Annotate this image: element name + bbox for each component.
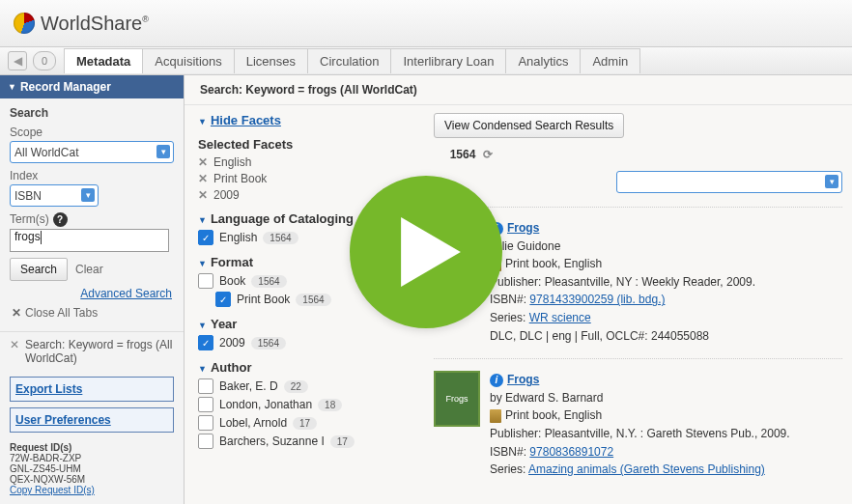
terms-input-wrap: frogs (10, 229, 174, 252)
facet-chip: ✕English (198, 155, 411, 169)
play-overlay-button[interactable] (350, 176, 502, 328)
result-title[interactable]: Frogs (507, 373, 539, 386)
info-icon[interactable]: i (490, 374, 503, 387)
view-condensed-button[interactable]: View Condensed Search Results (434, 113, 624, 138)
logo-icon (14, 13, 35, 34)
search-button[interactable]: Search (10, 258, 68, 281)
result-series[interactable]: Amazing animals (Gareth Stevens Publishi… (528, 462, 765, 476)
result-publisher: Publisher: Pleasantville, NY : Weekly Re… (490, 273, 842, 292)
cover-thumbnail: Frogs (434, 371, 480, 427)
facet-group-year[interactable]: ▼Year (198, 317, 411, 331)
clear-button[interactable]: Clear (75, 263, 103, 276)
result-format: Print book, English (505, 257, 602, 270)
close-icon[interactable]: ✕ (10, 338, 19, 365)
result-item: Frogs iFrogs by Edward S. Barnard Print … (434, 358, 842, 479)
checkbox-checked[interactable]: ✓ (198, 230, 213, 245)
tab-acquisitions[interactable]: Acquisitions (142, 48, 234, 73)
terms-label: Term(s)? (10, 212, 174, 227)
collapse-icon: ▼ (8, 82, 16, 92)
close-icon: ✕ (12, 306, 21, 320)
nav-tabs: Metadata Acquisitions Licenses Circulati… (64, 48, 639, 73)
search-history-item[interactable]: ✕Search: Keyword = frogs (All WorldCat) (0, 331, 184, 371)
tab-interlibrary-loan[interactable]: Interlibrary Loan (390, 48, 506, 73)
request-id: QEX-NQXW-56M (10, 474, 174, 485)
checkbox[interactable] (198, 415, 213, 431)
remove-facet-icon[interactable]: ✕ (198, 188, 208, 202)
result-count: R1564⟳ (434, 148, 842, 161)
result-catalog-line: DLC, DLC | eng | Full, OCLC#: 244055088 (490, 327, 842, 346)
index-select[interactable]: ISBN▾ (10, 184, 99, 207)
chevron-down-icon: ▾ (156, 145, 170, 158)
copy-request-ids[interactable]: Copy Request ID(s) (10, 485, 95, 495)
tab-analytics[interactable]: Analytics (505, 48, 581, 73)
sidebar: ▼Record Manager Search Scope All WorldCa… (0, 75, 185, 504)
main-panel: Search: Keyword = frogs (All WorldCat) ▼… (185, 75, 852, 504)
brand-logo: WorldShare® (14, 13, 149, 35)
svg-marker-0 (401, 217, 461, 287)
checkbox[interactable] (198, 273, 213, 289)
tab-licenses[interactable]: Licenses (234, 48, 308, 73)
book-icon (490, 409, 501, 423)
tab-circulation[interactable]: Circulation (307, 48, 391, 73)
scope-select[interactable]: All WorldCat▾ (10, 141, 174, 163)
chevron-down-icon: ▾ (81, 188, 95, 202)
facet-group-author[interactable]: ▼Author (198, 360, 411, 375)
chevron-down-icon: ▾ (825, 175, 838, 188)
result-title[interactable]: Frogs (507, 221, 539, 235)
facet-chip: ✕Print Book (198, 172, 411, 185)
result-format: Print book, English (505, 408, 602, 422)
request-id: GNL-ZS45-UHM (10, 463, 174, 474)
index-label: Index (10, 169, 174, 182)
notification-count[interactable]: 0 (33, 51, 56, 70)
sort-select[interactable]: ▾ (616, 171, 842, 193)
hide-facets-link[interactable]: Hide Facets (211, 113, 281, 127)
request-ids-label: Request ID(s) (10, 442, 174, 453)
tab-metadata[interactable]: Metadata (64, 48, 143, 73)
advanced-search-link[interactable]: Advanced Search (80, 287, 172, 300)
checkbox[interactable] (198, 434, 213, 449)
result-byline: by Edward S. Barnard (490, 389, 842, 407)
help-icon[interactable]: ? (53, 212, 68, 227)
refresh-icon[interactable]: ⟳ (483, 148, 493, 161)
result-publisher: Publisher: Pleasantville, N.Y. : Gareth … (490, 425, 842, 443)
user-preferences[interactable]: User Preferences (10, 407, 174, 433)
remove-facet-icon[interactable]: ✕ (198, 172, 208, 185)
result-isbn[interactable]: 9780836891072 (529, 445, 613, 459)
play-icon (401, 217, 461, 287)
results-panel: View Condensed Search Results R1564⟳ ▾ F… (424, 113, 852, 504)
app-header: WorldShare® (0, 0, 852, 46)
selected-facets-label: Selected Facets (198, 137, 411, 152)
result-series[interactable]: WR science (529, 311, 591, 324)
terms-input[interactable]: frogs (10, 229, 169, 252)
export-lists[interactable]: Export Lists (10, 377, 174, 402)
tab-admin[interactable]: Admin (580, 48, 640, 73)
result-isbn[interactable]: 9781433900259 (lib. bdg.) (529, 293, 665, 306)
search-section-label: Search (10, 106, 174, 120)
checkbox-checked[interactable]: ✓ (215, 292, 231, 307)
collapse-icon: ▼ (198, 117, 207, 126)
checkbox[interactable] (198, 378, 213, 394)
record-manager-header[interactable]: ▼Record Manager (0, 75, 184, 98)
main-nav: ◀ 0 Metadata Acquisitions Licenses Circu… (0, 46, 852, 75)
back-button[interactable]: ◀ (8, 51, 27, 70)
request-id: 72W-BADR-ZXP (10, 453, 174, 463)
remove-facet-icon[interactable]: ✕ (198, 155, 208, 169)
brand-name: WorldShare® (41, 13, 149, 35)
close-all-tabs[interactable]: ✕Close All Tabs (12, 306, 172, 320)
search-heading: Search: Keyword = frogs (All WorldCat) (185, 75, 852, 105)
checkbox[interactable] (198, 397, 213, 412)
scope-label: Scope (10, 126, 174, 139)
checkbox-checked[interactable]: ✓ (198, 335, 213, 350)
